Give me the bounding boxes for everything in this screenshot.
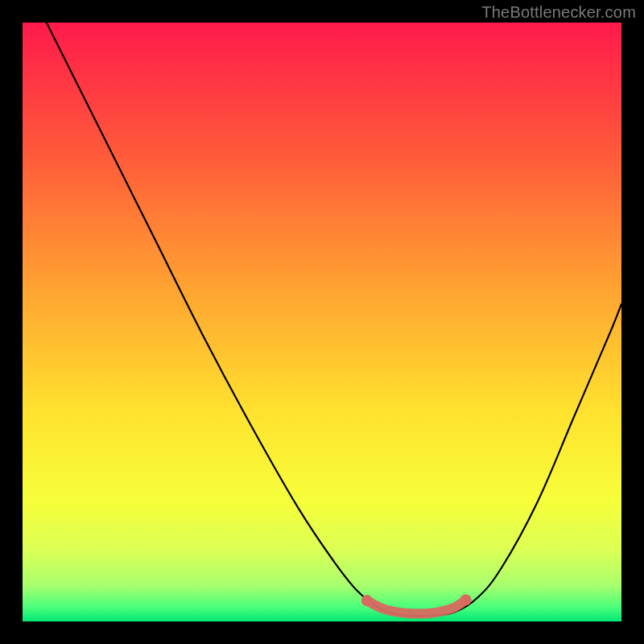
highlight-end-dot bbox=[460, 594, 472, 605]
chart-container: TheBottlenecker.com bbox=[0, 0, 644, 644]
bottleneck-chart bbox=[0, 0, 644, 644]
highlight-start-dot bbox=[361, 595, 373, 606]
plot-area bbox=[23, 23, 621, 621]
attribution-text: TheBottlenecker.com bbox=[481, 3, 636, 22]
